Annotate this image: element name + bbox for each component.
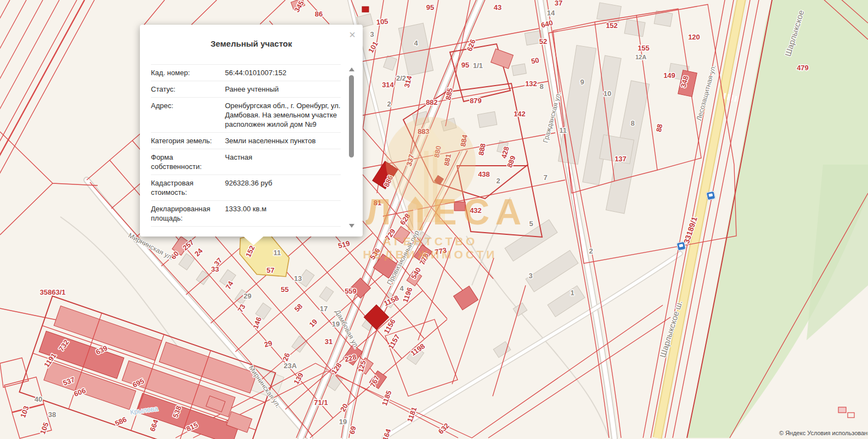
field-label: Категория земель: bbox=[151, 136, 221, 145]
field-value: Частная bbox=[221, 153, 341, 171]
popup-title: Земельный участок bbox=[140, 25, 363, 48]
parcel-label: 559 bbox=[345, 287, 357, 295]
parcel-label: 105 bbox=[376, 17, 388, 26]
scroll-up-arrow[interactable] bbox=[349, 67, 354, 71]
field-value: Ранее учтенный bbox=[221, 85, 341, 94]
parcel-label: 882 bbox=[426, 98, 438, 106]
parcel-label: 879 bbox=[470, 97, 482, 105]
parcel-label: 50 bbox=[531, 56, 540, 65]
parcel-label: 137 bbox=[615, 155, 627, 163]
parcel-label: 132 bbox=[525, 80, 537, 88]
parcel-label: 95 bbox=[426, 3, 434, 12]
parcel-label: 43 bbox=[494, 3, 501, 12]
parcel-label: 11 bbox=[273, 249, 281, 257]
field-label: Адрес: bbox=[151, 101, 221, 129]
popup-row: Кад. номер:56:44:0101007:152 bbox=[151, 65, 341, 81]
popup-row: Статус:Ранее учтенный bbox=[151, 81, 341, 98]
parcel-label: 4 bbox=[399, 284, 404, 292]
parcel-label: 95 bbox=[461, 61, 469, 69]
parcel-label: 81 bbox=[374, 199, 381, 207]
parcel-label: 11 bbox=[559, 126, 567, 134]
parcel-label: 86 bbox=[315, 10, 323, 18]
parcel-label: 17 bbox=[320, 305, 328, 313]
parcel-label: 35863/1 bbox=[40, 288, 66, 296]
parcel-label: 155 bbox=[638, 44, 650, 52]
attribution-text[interactable]: © Яндекс Условия использования bbox=[779, 430, 868, 436]
parcel-label: 55 bbox=[281, 285, 289, 294]
field-value: 926328.36 руб bbox=[221, 178, 341, 197]
parcel-label: 2 bbox=[387, 100, 391, 108]
field-value: Земли населенных пунктов bbox=[221, 136, 341, 145]
parcel-label: 40 bbox=[35, 395, 42, 403]
parcel-label: 23А bbox=[284, 362, 297, 370]
popup-rows: Кад. номер:56:44:0101007:152Статус:Ранее… bbox=[151, 64, 341, 232]
parcel-label: 3 bbox=[370, 30, 374, 38]
parcel-label: 7 bbox=[543, 173, 547, 182]
parcel-label: 142 bbox=[514, 110, 526, 118]
field-label: Статус: bbox=[151, 85, 221, 94]
field-label: Форма собственности: bbox=[151, 153, 221, 171]
close-icon[interactable]: × bbox=[349, 29, 356, 40]
parcel-label: 9 bbox=[580, 78, 584, 86]
field-value: 1333.00 кв.м bbox=[221, 204, 341, 223]
parcel-label: 120 bbox=[688, 33, 700, 41]
parcel-label: 2 bbox=[496, 177, 500, 185]
parcel-label: 10 bbox=[604, 89, 611, 98]
parcel-label: 4 bbox=[414, 39, 418, 47]
popup-row: Форма собственности:Частная bbox=[151, 149, 341, 175]
parcel-label: 2 bbox=[589, 247, 593, 255]
parcel-label: 3 bbox=[528, 272, 532, 280]
parcel-label: 52 bbox=[539, 37, 547, 46]
popup-row: Декларированная площадь:1333.00 кв.м bbox=[151, 201, 341, 227]
parcel-label: 29 bbox=[244, 292, 251, 300]
parcel-label: 31 bbox=[325, 337, 332, 346]
parcel-label: 38 bbox=[48, 410, 56, 419]
parcel-label: 14 bbox=[547, 9, 555, 17]
parcel-label: 438 bbox=[478, 170, 490, 178]
parcel-label: 314 bbox=[382, 81, 394, 89]
field-label: Декларированная площадь: bbox=[151, 204, 221, 223]
parcel-label: 152 bbox=[606, 21, 618, 30]
bus-stop-icon[interactable] bbox=[706, 191, 716, 201]
popup-row: Кадастровая стоимость:926328.36 руб bbox=[151, 175, 341, 201]
parcel-label: 5 bbox=[529, 219, 533, 228]
field-value: 56:44:0101007:152 bbox=[221, 68, 341, 77]
parcel-label: 88 bbox=[655, 123, 664, 133]
parcel-info-popup: × Земельный участок Кад. номер:56:44:010… bbox=[140, 25, 363, 237]
scroll-thumb[interactable] bbox=[349, 75, 354, 157]
map-svg[interactable]: 3458610595101343142/23142882885879626951… bbox=[0, 0, 868, 439]
map-canvas[interactable]: 3458610595101343142/23142882885879626951… bbox=[0, 0, 868, 439]
popup-pointer bbox=[244, 237, 263, 245]
parcel-label: 37 bbox=[555, 0, 562, 7]
parcel-label: 71/1 bbox=[314, 398, 328, 407]
field-value: Оренбургская обл., г. Оренбург, ул. Дамб… bbox=[221, 101, 341, 129]
parcel-label: 57 bbox=[267, 266, 274, 274]
parcel-label: 149 bbox=[663, 71, 675, 80]
parcel-label: 8 bbox=[539, 82, 543, 91]
field-label: Кад. номер: bbox=[151, 68, 221, 77]
parcel-label: 19 bbox=[339, 418, 347, 426]
parcel-label: 12А bbox=[635, 54, 646, 60]
parcel-label: 8 bbox=[630, 119, 634, 127]
bus-stop-icon[interactable] bbox=[677, 241, 686, 251]
parcel-label: 432 bbox=[470, 206, 482, 215]
popup-scrollbar[interactable] bbox=[348, 67, 356, 228]
attribution: © Яндекс Условия использования bbox=[779, 427, 868, 437]
parcel-label: 13 bbox=[294, 274, 302, 283]
popup-row: Категория земель:Земли населенных пункто… bbox=[151, 133, 341, 149]
cadastral-map-app: 3458610595101343142/23142882885879626951… bbox=[0, 0, 868, 439]
popup-row: Адрес:Оренбургская обл., г. Оренбург, ул… bbox=[151, 98, 341, 133]
parcel-label: 883 bbox=[418, 127, 430, 136]
parcel-label: 479 bbox=[797, 64, 809, 72]
parcel-label: 1 bbox=[570, 289, 574, 297]
scroll-down-arrow[interactable] bbox=[349, 224, 354, 228]
field-label: Кадастровая стоимость: bbox=[151, 178, 221, 197]
parcel-label: 1/1 bbox=[473, 61, 483, 70]
